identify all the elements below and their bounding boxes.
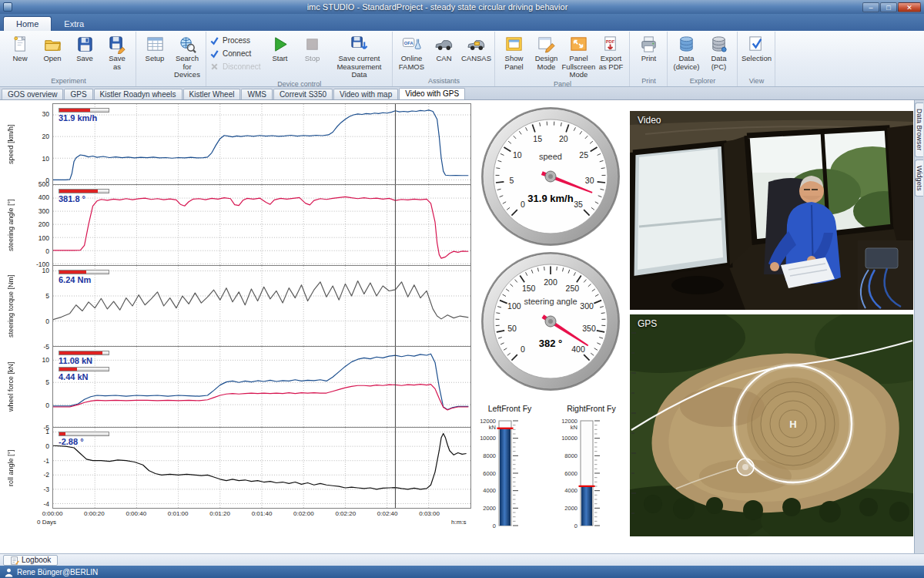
logbook-label: Logbook: [22, 556, 51, 564]
design-mode-button[interactable]: Design Mode: [531, 32, 561, 77]
process-button[interactable]: Process: [209, 34, 260, 47]
maximize-button[interactable]: □: [880, 2, 897, 12]
y-tick-label: -1: [17, 457, 49, 465]
meter-unit: kN: [489, 424, 496, 431]
search-for-devices-button[interactable]: Search for Devices: [172, 32, 203, 80]
cansas-button[interactable]: CANSAS: [460, 32, 491, 77]
y-tick-label: 5: [17, 378, 49, 386]
chart-plot-steering-torque-nm[interactable]: 6.24 Nm: [52, 265, 471, 347]
data-device-icon: [677, 35, 696, 54]
button-label: CAN: [436, 55, 451, 63]
panel-tab-correvit-s350[interactable]: Correvit S350: [273, 89, 333, 99]
readout-bar: [59, 189, 109, 193]
button-label: Design Mode: [533, 55, 559, 71]
svg-text:25: 25: [579, 150, 588, 160]
new-button[interactable]: New: [5, 32, 35, 77]
button-label: Export as PDF: [598, 55, 624, 71]
chart-y-axis-label: speed [km/h]: [5, 103, 17, 185]
gauge-label: steering angle: [524, 297, 577, 306]
data-pc-button[interactable]: Data (PC): [703, 32, 734, 77]
chart-readouts: 11.08 kN4.44 kN: [59, 351, 109, 383]
y-tick-label: 0: [17, 247, 49, 255]
meter-title: LeftFront Fy: [473, 404, 547, 415]
chart-plot-steering-angle[interactable]: 381.8 °: [52, 184, 471, 266]
panel-tab-kistler-wheel[interactable]: Kistler Wheel: [183, 89, 241, 99]
data-pc-icon: [709, 35, 728, 54]
start-button[interactable]: Start: [264, 32, 295, 77]
panel-tab-kistler-roadyn-wheels[interactable]: Kistler Roadyn wheels: [94, 89, 182, 99]
readout-bar: [59, 367, 109, 371]
button-label: Data (PC): [705, 55, 732, 71]
button-label: Show Panel: [500, 55, 527, 71]
save-button[interactable]: Save: [69, 32, 100, 77]
chart-plot-speed-km-h[interactable]: 31.9 km/h: [52, 103, 471, 185]
panel-tab-gos-overview[interactable]: GOS overview: [2, 89, 63, 99]
svg-text:300: 300: [580, 301, 594, 311]
selection-button[interactable]: Selection: [741, 32, 772, 77]
chart-readouts: 31.9 km/h: [59, 108, 109, 124]
meter-peak-marker: [497, 428, 514, 429]
gps-map-image: H: [630, 314, 913, 536]
svg-text:0: 0: [521, 200, 525, 209]
save-current-measurement-data-button[interactable]: Save current Measurement Data: [329, 32, 389, 80]
gauge-value: 382 °: [539, 338, 563, 349]
readout-value: 381.8 °: [59, 194, 109, 203]
data-device-button[interactable]: Data (device): [671, 32, 701, 77]
connect-check-icon: [209, 49, 219, 59]
y-tick-label: 300: [17, 207, 49, 215]
panel-tab-video-with-gps[interactable]: Video with GPS: [399, 88, 465, 99]
show-panel-button[interactable]: Show Panel: [498, 32, 529, 77]
svg-text:30: 30: [585, 176, 594, 185]
save-as-button[interactable]: Save as: [102, 32, 132, 77]
design-mode-icon: [537, 35, 556, 54]
minimize-button[interactable]: –: [862, 2, 879, 12]
status-user: Rene Bünger@BERLIN: [17, 568, 98, 576]
panel-tab-video-with-map[interactable]: Video with map: [333, 89, 398, 99]
chart-plot-roll-angle[interactable]: -2.88 °: [52, 427, 471, 509]
ribbon-tab-home[interactable]: Home: [3, 16, 52, 31]
x-tick-label: 0:01:40: [246, 510, 277, 517]
svg-text:400: 400: [571, 344, 585, 354]
open-button[interactable]: Open: [37, 32, 68, 77]
imc-studio-window: imc STUDIO - StandardProject - steady st…: [0, 0, 924, 578]
side-tab-widgets[interactable]: Widgets: [915, 160, 923, 197]
ribbon-tab-extra[interactable]: Extra: [52, 17, 96, 31]
print-button[interactable]: Print: [633, 32, 664, 77]
connect-button[interactable]: Connect: [209, 47, 260, 60]
chart-y-axis-label: wheel force [kN]: [5, 346, 17, 428]
side-tab-data-browser[interactable]: Data Browser: [915, 102, 923, 157]
video-widget: Video: [630, 111, 913, 310]
svg-text:PDF: PDF: [606, 39, 615, 44]
panel-tab-wms[interactable]: WMS: [241, 89, 272, 99]
online-famos-button[interactable]: OFAOnline FAMOS: [396, 32, 427, 77]
setup-button[interactable]: Setup: [139, 32, 170, 77]
meter-title: RightFront Fy: [554, 404, 628, 415]
chart-readouts: 381.8 °: [59, 189, 109, 205]
export-as-pdf-button[interactable]: PDFExport as PDF: [595, 32, 626, 77]
can-button[interactable]: CAN: [428, 32, 459, 77]
button-label: Data (device): [673, 55, 699, 71]
readout-bar: [59, 351, 109, 355]
bar-meter-leftfront-fy: LeftFront Fy120001000080006000400020000k…: [473, 404, 547, 535]
online-famos-icon: OFA: [402, 35, 421, 54]
svg-text:OFA: OFA: [404, 41, 413, 45]
svg-text:10: 10: [513, 150, 522, 160]
svg-text:5: 5: [509, 176, 514, 185]
gauge-value: 31.9 km/h: [527, 193, 573, 204]
button-label: Open: [43, 55, 61, 63]
x-tick-label: 0:00:00: [37, 510, 68, 517]
panel-fullscreen-mode-button[interactable]: Panel Fullscreen Mode: [563, 32, 594, 80]
svg-text:2000: 2000: [564, 505, 578, 512]
logbook-bar: Logbook: [0, 553, 924, 566]
chart-plot-wheel-force-kn[interactable]: 11.08 kN4.44 kN: [52, 346, 471, 428]
side-tab-strip: Data BrowserWidgets: [914, 100, 924, 553]
chart-steering-torque-nm: steering torque [Nm]1050-56.24 Nm: [5, 265, 471, 347]
x-tick-label: 0:02:20: [330, 510, 361, 517]
logbook-tab[interactable]: Logbook: [3, 555, 58, 566]
meter-bar: [581, 487, 592, 526]
ribbon-group-print: PrintPrint: [630, 32, 668, 86]
gps-center-mark: H: [789, 418, 796, 430]
panel-tab-gps[interactable]: GPS: [64, 89, 92, 99]
close-button[interactable]: ✕: [898, 2, 921, 12]
meter-peak-marker: [579, 486, 595, 487]
